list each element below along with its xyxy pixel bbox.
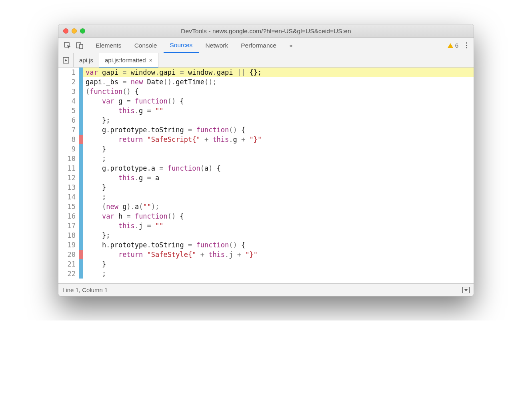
tab-elements[interactable]: Elements [89,38,128,53]
line-number-gutter: 12345678910111213141516171819202122 [58,68,79,283]
fold-marker [79,135,83,144]
line-number[interactable]: 22 [58,269,76,279]
close-window-button[interactable] [63,28,68,34]
fold-marker [79,77,83,87]
tab-sources[interactable]: Sources [164,38,199,53]
fold-marker [79,211,83,221]
line-number[interactable]: 21 [58,259,76,269]
file-tab-label: api.js [79,57,93,64]
code-line[interactable]: this.j = "" [83,221,474,231]
fold-marker [79,115,83,125]
fold-marker [79,183,83,192]
line-number[interactable]: 20 [58,250,76,259]
line-number[interactable]: 10 [58,154,76,163]
code-line[interactable]: } [83,259,474,269]
fold-marker [79,163,83,173]
line-number[interactable]: 19 [58,240,76,250]
code-line[interactable]: ; [83,192,474,202]
fold-marker [79,240,83,250]
code-line[interactable]: } [83,144,474,154]
fold-gutter [79,68,83,283]
zoom-window-button[interactable] [80,28,85,34]
fold-marker [79,68,83,77]
code-line[interactable]: gapi._bs = new Date().getTime(); [83,77,474,87]
line-number[interactable]: 8 [58,135,76,144]
fold-marker [79,202,83,211]
code-line[interactable]: }; [83,231,474,240]
code-line[interactable]: (function() { [83,87,474,96]
line-number[interactable]: 14 [58,192,76,202]
tab-performance[interactable]: Performance [234,38,283,53]
code-line[interactable]: ; [83,269,474,279]
code-line[interactable]: this.g = "" [83,106,474,115]
file-tab-api-js-formatted[interactable]: api.js:formatted × [99,53,158,68]
main-toolbar: Elements Console Sources Network Perform… [58,38,474,53]
tab-console[interactable]: Console [128,38,164,53]
code-line[interactable]: g.prototype.a = function(a) { [83,163,474,173]
line-number[interactable]: 7 [58,125,76,135]
tabs-overflow-button[interactable]: » [283,38,299,53]
fold-marker [79,192,83,202]
inspect-element-icon[interactable] [62,40,73,51]
line-number[interactable]: 5 [58,106,76,115]
svg-rect-2 [80,44,83,49]
line-number[interactable]: 18 [58,231,76,240]
code-line[interactable]: this.g = a [83,173,474,183]
fold-marker [79,144,83,154]
line-number[interactable]: 4 [58,96,76,106]
line-number[interactable]: 2 [58,77,76,87]
toggle-navigator-icon[interactable] [58,53,74,67]
code-line[interactable]: var g = function() { [83,96,474,106]
line-number[interactable]: 12 [58,173,76,183]
warnings-indicator[interactable]: 6 [448,42,458,49]
fold-marker [79,250,83,259]
code-line[interactable]: } [83,183,474,192]
fold-marker [79,269,83,279]
fold-marker [79,221,83,231]
cursor-position: Line 1, Column 1 [62,287,108,293]
minimize-window-button[interactable] [72,28,77,34]
code-line[interactable]: var h = function() { [83,211,474,221]
line-number[interactable]: 9 [58,144,76,154]
device-toggle-icon[interactable] [74,40,85,51]
status-bar: Line 1, Column 1 [58,283,474,296]
fold-marker [79,87,83,96]
line-number[interactable]: 13 [58,183,76,192]
tab-network[interactable]: Network [199,38,234,53]
warning-icon [448,43,453,48]
line-number[interactable]: 15 [58,202,76,211]
source-file-tabs: api.js api.js:formatted × [58,53,474,68]
toggle-drawer-icon[interactable] [462,287,470,293]
code-line[interactable]: return "SafeStyle{" + this.j + "}" [83,250,474,259]
line-number[interactable]: 1 [58,68,76,77]
code-line[interactable]: }; [83,115,474,125]
code-line[interactable]: var gapi = window.gapi = window.gapi || … [83,68,474,77]
code-line[interactable]: (new g).a(""); [83,202,474,211]
traffic-lights [58,28,85,34]
close-icon[interactable]: × [149,57,153,64]
window-titlebar: DevTools - news.google.com/?hl=en-US&gl=… [58,24,474,38]
line-number[interactable]: 6 [58,115,76,125]
line-number[interactable]: 17 [58,221,76,231]
fold-marker [79,106,83,115]
window-title: DevTools - news.google.com/?hl=en-US&gl=… [58,28,474,35]
file-tab-api-js[interactable]: api.js [74,53,99,67]
code-editor[interactable]: 12345678910111213141516171819202122 var … [58,68,474,283]
fold-marker [79,125,83,135]
devtools-window: DevTools - news.google.com/?hl=en-US&gl=… [58,24,474,297]
code-line[interactable]: g.prototype.toString = function() { [83,125,474,135]
code-content[interactable]: var gapi = window.gapi = window.gapi || … [83,68,474,283]
code-line[interactable]: return "SafeScript{" + this.g + "}" [83,135,474,144]
code-line[interactable]: h.prototype.toString = function() { [83,240,474,250]
fold-marker [79,96,83,106]
fold-marker [79,231,83,240]
more-options-icon[interactable] [463,42,470,48]
code-line[interactable]: ; [83,154,474,163]
fold-marker [79,154,83,163]
warnings-count: 6 [455,42,458,49]
line-number[interactable]: 16 [58,211,76,221]
file-tab-label: api.js:formatted [105,57,146,64]
fold-marker [79,173,83,183]
line-number[interactable]: 3 [58,87,76,96]
line-number[interactable]: 11 [58,163,76,173]
